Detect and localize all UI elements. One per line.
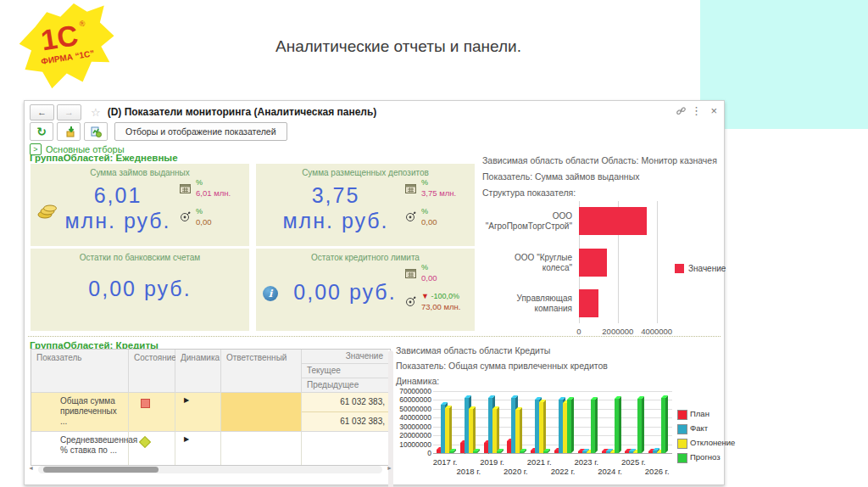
window-toolbar: ↻ Отборы и отображение показателей: [30, 123, 287, 140]
y-tick-label: 20000000: [396, 431, 431, 439]
target-value: 73,00 млн.: [421, 301, 460, 312]
window-titlebar: ← → ☆ (D) Показатели мониторинга (Аналит…: [30, 104, 719, 120]
bar: [539, 402, 543, 454]
kpi-title: Остаток кредитного лимита: [256, 253, 475, 262]
kpi-side-metrics: % 3,75 млн. % 0,00: [405, 177, 471, 235]
bar: [520, 451, 524, 453]
section-daily-label: ГруппаОбластей: Ежедневные: [30, 153, 178, 163]
target-percent-label: %: [421, 206, 437, 216]
legend-swatch: [677, 424, 687, 434]
bar: [579, 289, 598, 317]
state-yellow-diamond-icon: [139, 436, 151, 448]
x-tick-label: 2018 г.: [449, 467, 488, 476]
bar: [449, 451, 453, 453]
legend-label: План: [690, 409, 709, 418]
legend-label: Факт: [690, 423, 708, 433]
row-name: Общая сумма привлеченных ...: [31, 392, 129, 431]
table-row-weighted-rate[interactable]: Средневзвешенная % ставка по ... ▶: [31, 431, 390, 465]
kpi-side-metrics: % 0,00 ▼ -100,0% 73,00 млн.: [405, 262, 471, 320]
bar: [492, 409, 497, 453]
legend-swatch: [675, 264, 684, 273]
y-tick-label: 60000000: [396, 395, 431, 404]
col-value: Значение Текущее Предыдущее: [302, 350, 388, 392]
col-responsible[interactable]: Ответственный: [221, 350, 302, 392]
row-state-cell: [129, 431, 175, 465]
gridline: [433, 391, 672, 392]
more-menu-icon[interactable]: ⋮: [691, 106, 702, 116]
y-tick-label: 50000000: [396, 405, 431, 413]
gridline: [657, 201, 658, 323]
period-percent-label: %: [196, 177, 231, 188]
report-button[interactable]: [84, 122, 108, 141]
period-value: 0,00: [421, 272, 437, 283]
close-icon[interactable]: ×: [710, 106, 717, 116]
category-label: ООО "Круглые колеса": [482, 249, 572, 277]
link-icon[interactable]: [676, 106, 687, 118]
x-tick-label: 2017 г.: [426, 457, 465, 467]
category-label: ООО "АгроПромТоргСтрой": [482, 207, 572, 235]
legend-label: Значение: [688, 264, 726, 273]
bar: [469, 409, 473, 453]
forward-button[interactable]: →: [57, 104, 81, 120]
favorite-star-icon[interactable]: ☆: [91, 106, 101, 119]
info-icon: i: [263, 286, 278, 301]
scrollbar-thumb[interactable]: [43, 467, 159, 473]
section-divider: [28, 336, 721, 337]
row-name: Средневзвешенная % ставка по ...: [31, 431, 129, 465]
row-responsible-cell: [221, 431, 302, 465]
bar: [515, 410, 520, 453]
col-indicator[interactable]: Показатель: [31, 350, 129, 392]
legend-swatch: [677, 410, 687, 420]
kpi-side-metrics: % 6,01 млн. % 0,00: [180, 177, 246, 235]
filters-display-button[interactable]: Отборы и отображение показателей: [114, 122, 287, 141]
state-red-square-icon: [141, 399, 150, 408]
target-percent-label: %: [196, 206, 212, 216]
structure-bar-chart: 020000004000000ООО "АгроПромТоргСтрой"ОО…: [482, 196, 722, 337]
kpi-card-deposits: Сумма размещенных депозитов 3,75 млн. ру…: [256, 164, 475, 246]
col-state[interactable]: Состояние: [129, 350, 175, 392]
current-value: 61 032 383,: [302, 393, 388, 412]
analytics-panel-window: ← → ☆ (D) Показатели мониторинга (Аналит…: [24, 100, 725, 485]
treasury-panel-line1: Зависимая область области Область: Монит…: [482, 155, 717, 165]
dynamics-arrow-icon: ▶: [175, 392, 221, 431]
delta-percent: -100,0%: [431, 292, 459, 300]
period-value: 3,75 млн.: [421, 188, 456, 199]
calendar-icon: [405, 266, 418, 283]
window-title: (D) Показатели мониторинга (Аналитическа…: [108, 106, 377, 118]
col-value-label[interactable]: Значение: [302, 350, 388, 364]
target-value: 0,00: [421, 216, 437, 227]
calendar-icon: [180, 182, 192, 199]
scroll-right-icon[interactable]: ►: [387, 465, 392, 471]
bar: [661, 398, 665, 453]
y-tick-label: 0: [396, 449, 431, 457]
kpi-title: Сумма займов выданных: [31, 168, 249, 177]
row-value-cell: [302, 431, 388, 465]
export-button[interactable]: [57, 122, 81, 141]
dynamics-3d-bar-chart: 0100000002000000030000000400000005000000…: [396, 381, 722, 483]
legend-swatch: [677, 439, 687, 449]
x-tick-label: 2019 г.: [473, 457, 512, 467]
row-value-cell: 61 032 383, 61 032 383,: [302, 392, 388, 431]
col-previous[interactable]: Предыдущее: [302, 378, 388, 392]
kpi-value: 6,01 млн. руб.: [54, 182, 181, 233]
period-percent-label: %: [421, 262, 437, 272]
kpi-title: Остатки по банковским счетам: [31, 253, 249, 262]
logo-brand-text: 1С: [39, 19, 81, 56]
bar: [591, 400, 595, 453]
x-tick-label: 2021 г.: [520, 457, 559, 467]
table-row-total-credits[interactable]: Общая сумма привлеченных ... ▶ 61 032 38…: [31, 392, 390, 431]
refresh-button[interactable]: ↻: [30, 122, 53, 141]
target-value: 0,00: [196, 216, 212, 227]
page-title: Аналитические отчеты и панели.: [170, 37, 627, 56]
x-tick-label: 2023 г.: [567, 457, 606, 467]
scroll-left-icon[interactable]: ◄: [28, 465, 34, 471]
report-icon: [90, 126, 102, 137]
col-dynamics[interactable]: Динамика: [175, 350, 221, 392]
credits-panel-line2: Показатель: Общая сумма привлеченных кре…: [396, 361, 608, 371]
horizontal-scrollbar[interactable]: ◄ ►: [38, 466, 382, 473]
back-button[interactable]: ←: [30, 104, 54, 120]
y-tick-label: 40000000: [396, 413, 431, 422]
forward-arrow-icon: →: [64, 107, 74, 117]
down-triangle-icon: ▼: [421, 292, 429, 300]
col-current[interactable]: Текущее: [302, 364, 388, 378]
